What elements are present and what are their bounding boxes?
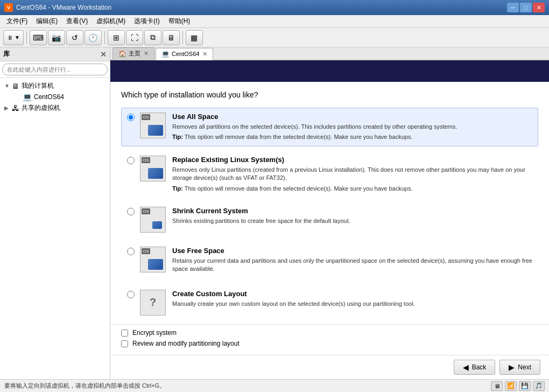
display-icon: 🖥 bbox=[167, 33, 175, 42]
review-modify-label: Review and modify partitioning layout bbox=[132, 340, 240, 347]
snapshot-button[interactable]: 📷 bbox=[48, 30, 65, 45]
revert-snapshot-button[interactable]: ↺ bbox=[66, 30, 83, 45]
window-title: CentOS64 - VMware Workstation bbox=[16, 4, 507, 11]
status-icons: 🖥 📶 💾 🎵 bbox=[491, 381, 545, 391]
radio-use-free-space[interactable] bbox=[127, 248, 135, 255]
sidebar-search-input[interactable] bbox=[2, 64, 108, 75]
option-icon-custom: ? bbox=[140, 290, 166, 316]
status-btn-1[interactable]: 🖥 bbox=[491, 381, 503, 391]
unity-button[interactable]: ⧉ bbox=[144, 30, 161, 45]
content-body: Which type of installation would you lik… bbox=[110, 82, 549, 324]
back-arrow-icon: ◀ bbox=[463, 363, 469, 372]
option-tip-use-all-space: Tip: This option will remove data from t… bbox=[172, 133, 532, 141]
minimize-button[interactable]: ─ bbox=[507, 3, 519, 12]
tab-centos64[interactable]: 💻 CentOS64 ✕ bbox=[156, 48, 213, 60]
menu-edit[interactable]: 编辑(E) bbox=[32, 16, 62, 27]
camera-icon: 📷 bbox=[52, 33, 61, 42]
close-button[interactable]: ✕ bbox=[533, 3, 545, 12]
status-btn-2[interactable]: 📶 bbox=[505, 381, 517, 391]
radio-shrink-current[interactable] bbox=[127, 208, 135, 215]
tree-item-my-computer[interactable]: ▼ 🖥 我的计算机 bbox=[2, 80, 108, 92]
option-use-free-space[interactable]: OS Use Free Space Retains your current d… bbox=[121, 242, 538, 281]
status-btn-4[interactable]: 🎵 bbox=[533, 381, 545, 391]
app-icon: V bbox=[4, 3, 13, 12]
menu-view[interactable]: 查看(V) bbox=[62, 16, 92, 27]
unity-icon: ⧉ bbox=[150, 33, 156, 42]
home-tab-close-button[interactable]: ✕ bbox=[144, 50, 149, 57]
option-desc-replace-linux: Removes only Linux partitions (created f… bbox=[172, 166, 532, 183]
radio-use-all-space[interactable] bbox=[127, 114, 135, 121]
centos64-tab-close-button[interactable]: ✕ bbox=[202, 51, 207, 58]
home-tab-icon: 🏠 bbox=[118, 50, 126, 58]
display-button[interactable]: 🖥 bbox=[163, 30, 180, 45]
checkbox-section: Encrypt system Review and modify partiti… bbox=[110, 324, 549, 355]
full-screen-button[interactable]: ⛶ bbox=[126, 30, 143, 45]
option-content-custom: Create Custom Layout Manually create you… bbox=[172, 290, 532, 310]
menu-file[interactable]: 文件(F) bbox=[2, 16, 32, 27]
option-content-shrink: Shrink Current System Shrinks existing p… bbox=[172, 207, 532, 227]
option-title-shrink: Shrink Current System bbox=[172, 207, 532, 215]
status-text: 要将输入定向到该虚拟机，请在虚拟机内部单击或按 Ctrl+G。 bbox=[4, 382, 165, 390]
pause-resume-button[interactable]: ⏸ ▼ bbox=[3, 30, 24, 45]
toolbar-separator-1 bbox=[26, 31, 27, 44]
menu-help[interactable]: 帮助(H) bbox=[164, 16, 195, 27]
sidebar-close-button[interactable]: ✕ bbox=[100, 50, 107, 59]
keyboard-icon: ⌨ bbox=[33, 33, 44, 42]
fullscreen-icon: ⛶ bbox=[131, 33, 138, 42]
encrypt-system-label: Encrypt system bbox=[132, 329, 177, 337]
centos64-label: CentOS64 bbox=[34, 93, 64, 101]
bottom-bar: ◀ Back ▶ Next bbox=[110, 355, 549, 379]
question-title: Which type of installation would you lik… bbox=[121, 90, 538, 99]
option-title-custom: Create Custom Layout bbox=[172, 290, 532, 298]
radio-replace-linux[interactable] bbox=[127, 157, 135, 164]
manage-snapshots-button[interactable]: 🕐 bbox=[85, 30, 102, 45]
menu-vm[interactable]: 虚拟机(M) bbox=[92, 16, 130, 27]
revert-icon: ↺ bbox=[72, 33, 78, 42]
option-use-all-space[interactable]: OS Use All Space Removes all partitions … bbox=[121, 108, 538, 146]
toolbar-separator-2 bbox=[104, 31, 105, 44]
console-view-button[interactable]: ▦ bbox=[186, 30, 203, 45]
option-desc-free-space: Retains your current data and partitions… bbox=[172, 257, 532, 274]
computer-icon: 🖥 bbox=[12, 82, 19, 90]
expand-icon: ▼ bbox=[4, 83, 10, 89]
option-title-use-all-space: Use All Space bbox=[172, 113, 532, 121]
next-label: Next bbox=[518, 363, 531, 371]
fit-icon: ⊞ bbox=[113, 33, 119, 42]
option-desc-custom: Manually create your own custom layout o… bbox=[172, 300, 532, 308]
option-custom-layout[interactable]: ? Create Custom Layout Manually create y… bbox=[121, 285, 538, 320]
pause-icon: ⏸ bbox=[7, 34, 13, 41]
clock-icon: 🕐 bbox=[88, 33, 97, 42]
checkbox-item-review: Review and modify partitioning layout bbox=[121, 340, 538, 347]
tree-item-shared-vms[interactable]: ▶ 🖧 共享的虚拟机 bbox=[2, 102, 108, 114]
option-icon-free-space: OS bbox=[140, 247, 166, 272]
sidebar-header: 库 ✕ bbox=[0, 47, 110, 61]
title-bar: V CentOS64 - VMware Workstation ─ □ ✕ bbox=[0, 0, 549, 15]
home-tab-label: 主页 bbox=[129, 50, 140, 58]
back-label: Back bbox=[472, 363, 487, 371]
tree-item-centos64[interactable]: 💻 CentOS64 bbox=[13, 92, 108, 102]
back-button[interactable]: ◀ Back bbox=[454, 360, 496, 375]
option-shrink-current[interactable]: OS Shrink Current System Shrinks existin… bbox=[121, 202, 538, 237]
option-title-free-space: Use Free Space bbox=[172, 247, 532, 255]
radio-custom-layout[interactable] bbox=[127, 291, 135, 298]
option-content-replace-linux: Replace Existing Linux System(s) Removes… bbox=[172, 156, 532, 193]
option-icon-use-all-space: OS bbox=[140, 113, 166, 138]
option-title-replace-linux: Replace Existing Linux System(s) bbox=[172, 156, 532, 164]
sidebar-search-container bbox=[0, 61, 110, 78]
encrypt-system-checkbox[interactable] bbox=[121, 330, 128, 337]
pause-dropdown-icon: ▼ bbox=[15, 34, 20, 40]
next-button[interactable]: ▶ Next bbox=[499, 360, 540, 375]
sidebar-tree: ▼ 🖥 我的计算机 💻 CentOS64 ▶ 🖧 共享的虚拟机 bbox=[0, 78, 110, 379]
send-ctrlaltdel-button[interactable]: ⌨ bbox=[30, 30, 47, 45]
my-computer-label: 我的计算机 bbox=[22, 81, 54, 90]
status-btn-3[interactable]: 💾 bbox=[519, 381, 531, 391]
option-replace-linux[interactable]: OS Replace Existing Linux System(s) Remo… bbox=[121, 151, 538, 198]
sidebar-title: 库 bbox=[3, 50, 10, 59]
content-area: 🏠 主页 ✕ 💻 CentOS64 ✕ Which type of instal… bbox=[110, 47, 549, 379]
fit-window-button[interactable]: ⊞ bbox=[108, 30, 125, 45]
review-modify-checkbox[interactable] bbox=[121, 340, 128, 347]
menu-tabs[interactable]: 选项卡(I) bbox=[130, 16, 164, 27]
tab-home[interactable]: 🏠 主页 ✕ bbox=[112, 47, 154, 59]
maximize-button[interactable]: □ bbox=[520, 3, 532, 12]
shared-icon: 🖧 bbox=[12, 104, 19, 113]
